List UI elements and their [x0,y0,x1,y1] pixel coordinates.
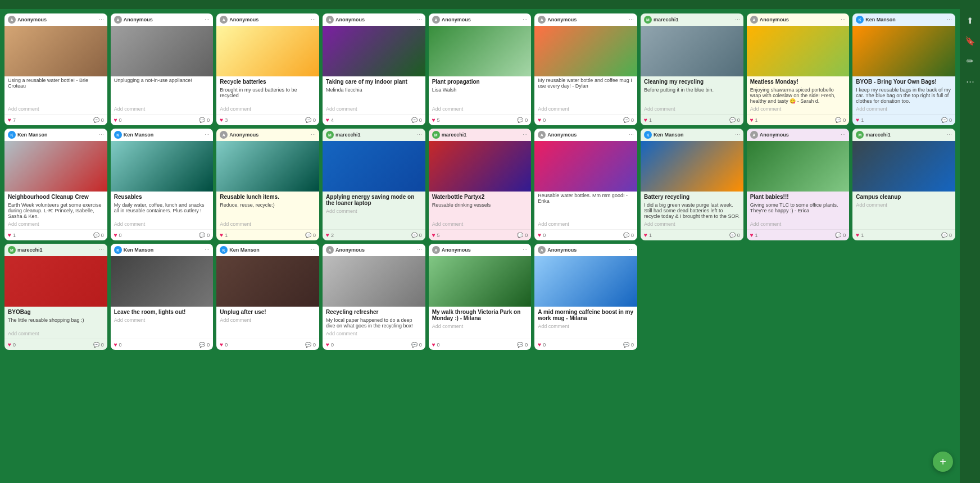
card-image [111,256,214,307]
add-comment[interactable]: Add comment [747,220,850,229]
card-menu[interactable]: ⋯ [735,132,740,138]
card-menu[interactable]: ⋯ [523,17,528,22]
card-menu[interactable]: ⋯ [523,247,528,253]
card-21: K Ken Manson ⋯ Unplug after use! Add com… [216,244,319,350]
heart-icon[interactable]: ♥ [326,232,329,238]
card-header: A Anonymous ⋯ [323,13,425,26]
card-menu[interactable]: ⋯ [205,247,210,253]
card-menu[interactable]: ⋯ [417,247,422,253]
card-menu[interactable]: ⋯ [629,247,634,253]
comment-icon: 💬 [93,233,99,238]
share-icon[interactable]: ⬆ [967,16,974,26]
heart-icon[interactable]: ♥ [8,341,11,348]
add-comment[interactable]: Add comment [534,322,637,331]
comment-icon: 💬 [835,233,841,238]
board-grid: A Anonymous ⋯ Using a reusable water bot… [4,13,955,350]
like-row: ♥ 5 [432,117,440,123]
more-icon[interactable]: ⋯ [966,76,974,86]
card-menu[interactable]: ⋯ [99,17,104,22]
add-comment[interactable]: Add comment [429,220,532,229]
heart-icon[interactable]: ♥ [644,232,647,238]
heart-icon[interactable]: ♥ [432,117,435,123]
sidebar-right: ⬆ 🔖 ✏ ⋯ [960,9,980,483]
card-7: M marecchi1 ⋯ Cleaning my recycling Befo… [641,13,743,125]
card-menu[interactable]: ⋯ [735,17,740,22]
fab-button[interactable]: + [933,452,953,472]
card-menu[interactable]: ⋯ [311,132,316,138]
user-avatar: M [644,16,652,24]
heart-icon[interactable]: ♥ [750,232,754,238]
heart-icon[interactable]: ♥ [220,232,223,238]
add-comment[interactable]: Add comment [216,220,319,229]
heart-icon[interactable]: ♥ [856,117,859,123]
heart-icon[interactable]: ♥ [220,117,223,123]
card-header: A Anonymous ⋯ [429,13,532,26]
card-menu[interactable]: ⋯ [523,132,528,138]
add-comment[interactable]: Add comment [4,330,107,339]
card-menu[interactable]: ⋯ [417,17,422,22]
heart-icon[interactable]: ♥ [644,117,647,123]
add-comment[interactable]: Add comment [429,105,532,114]
card-menu[interactable]: ⋯ [947,17,952,22]
card-menu[interactable]: ⋯ [205,132,210,138]
card-menu[interactable]: ⋯ [629,17,634,22]
heart-icon[interactable]: ♥ [114,232,117,238]
add-comment[interactable]: Add comment [4,105,107,114]
card-menu[interactable]: ⋯ [99,132,104,138]
heart-icon[interactable]: ♥ [220,341,223,348]
like-row: ♥ 0 [114,341,122,348]
add-comment[interactable]: Add comment [852,105,955,114]
add-comment[interactable]: Add comment [216,105,319,114]
card-menu[interactable]: ⋯ [947,132,952,138]
comment-count-row: 💬 0 [517,342,528,348]
card-footer: ♥ 0 💬 0 [111,229,214,240]
add-comment[interactable]: Add comment [4,220,107,229]
add-comment[interactable]: Add comment [852,201,955,210]
user-avatar: K [114,246,122,254]
edit-icon[interactable]: ✏ [967,56,974,66]
heart-icon[interactable]: ♥ [114,117,117,123]
card-menu[interactable]: ⋯ [311,247,316,253]
heart-icon[interactable]: ♥ [8,232,11,238]
user-avatar: K [856,16,864,24]
heart-icon[interactable]: ♥ [326,341,329,348]
card-menu[interactable]: ⋯ [311,17,316,22]
add-comment[interactable]: Add comment [216,316,319,325]
add-comment[interactable]: Add comment [111,316,214,325]
add-comment[interactable]: Add comment [323,105,425,114]
heart-icon[interactable]: ♥ [114,341,117,348]
heart-icon[interactable]: ♥ [538,117,541,123]
heart-icon[interactable]: ♥ [432,232,435,238]
card-menu[interactable]: ⋯ [841,132,846,138]
heart-icon[interactable]: ♥ [750,117,754,123]
heart-icon[interactable]: ♥ [856,232,859,238]
heart-icon[interactable]: ♥ [8,117,11,123]
heart-icon[interactable]: ♥ [432,341,435,348]
card-footer: ♥ 1 💬 0 [747,114,850,125]
add-comment[interactable]: Add comment [111,220,214,229]
card-header: A Anonymous ⋯ [534,244,637,256]
add-comment[interactable]: Add comment [323,207,425,216]
add-comment[interactable]: Add comment [534,220,637,229]
add-comment[interactable]: Add comment [323,330,425,339]
add-comment[interactable]: Add comment [111,105,214,114]
add-comment[interactable]: Add comment [641,105,743,114]
card-desc: Reduce, reuse, recycle:) [216,201,319,220]
heart-icon[interactable]: ♥ [538,341,541,348]
heart-icon[interactable]: ♥ [326,117,329,123]
card-user: K Ken Manson [220,246,260,254]
card-menu[interactable]: ⋯ [205,17,210,22]
add-comment[interactable]: Add comment [641,220,743,229]
add-comment[interactable]: Add comment [747,105,850,114]
card-menu[interactable]: ⋯ [629,132,634,138]
add-comment[interactable]: Add comment [534,105,637,114]
comment-count-row: 💬 0 [305,117,316,123]
card-menu[interactable]: ⋯ [99,247,104,253]
heart-icon[interactable]: ♥ [538,232,541,238]
card-menu[interactable]: ⋯ [417,132,422,138]
card-menu[interactable]: ⋯ [841,17,846,22]
add-comment[interactable]: Add comment [429,322,532,331]
like-count: 0 [119,342,122,348]
bookmark-icon[interactable]: 🔖 [965,36,976,46]
card-image [747,26,850,76]
